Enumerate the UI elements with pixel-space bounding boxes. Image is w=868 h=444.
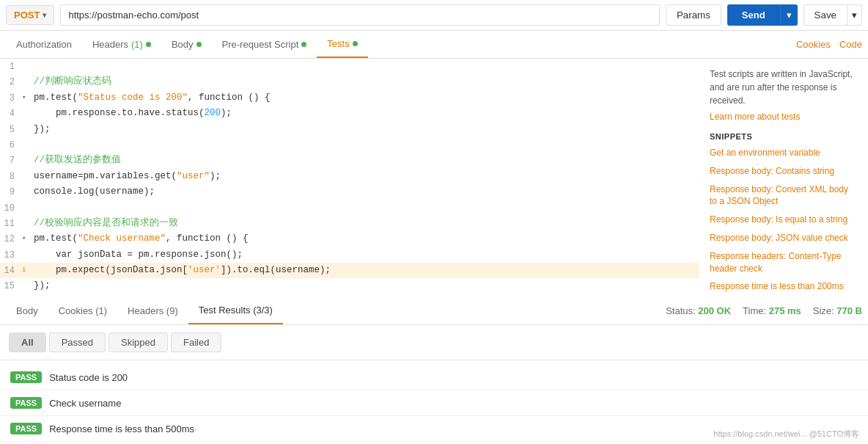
send-dropdown-button[interactable]: ▾ — [780, 4, 798, 26]
code-line-4: 4 pm.response.to.have.status(200); — [0, 106, 699, 121]
send-button[interactable]: Send — [727, 4, 780, 26]
snippet-response-time[interactable]: Response time is less than 200ms — [710, 280, 858, 293]
code-line-10: 10 — [0, 200, 699, 216]
test-name-1: Status code is 200 — [49, 372, 128, 383]
snippet-response-content-type[interactable]: Response headers: Content-Type header ch… — [710, 250, 858, 275]
test-filter-bar: All Passed Skipped Failed — [0, 325, 868, 360]
code-line-2: 2 //判断响应状态码 — [0, 74, 699, 90]
save-dropdown-button[interactable]: ▾ — [847, 4, 862, 26]
pass-badge-3: PASS — [10, 423, 42, 434]
tab-response-body[interactable]: Body — [6, 298, 48, 324]
status-value: 200 OK — [698, 305, 731, 316]
tab-tests[interactable]: Tests — [317, 31, 367, 58]
snippet-response-equal-string[interactable]: Response body: Is equal to a string — [710, 214, 858, 226]
code-line-8: 8 username=pm.variables.get("user"); — [0, 169, 699, 184]
footer-watermark: https://blog.csdn.net/wei... @51CTO博客 — [713, 429, 859, 440]
editor-sidebar-wrap: 1 2 //判断响应状态码 3 ▾ pm.test("Status code i… — [0, 59, 868, 297]
response-tabs: Body Cookies (1) Headers (9) Test Result… — [0, 297, 868, 325]
right-links: Cookies Code — [796, 39, 862, 50]
request-tabs: Authorization Headers (1) Body Pre-reque… — [0, 31, 868, 59]
filter-skipped-button[interactable]: Skipped — [108, 332, 168, 352]
sidebar-description: Test scripts are written in JavaScript, … — [710, 68, 858, 107]
test-result-item-1: PASS Status code is 200 — [0, 365, 868, 390]
time-label: Time: 275 ms — [743, 305, 801, 316]
code-line-1: 1 — [0, 59, 699, 74]
cookies-link[interactable]: Cookies — [796, 39, 831, 50]
size-label: Size: 770 B — [813, 305, 862, 316]
status-bar: Status: 200 OK Time: 275 ms Size: 770 B — [666, 305, 862, 316]
tab-authorization[interactable]: Authorization — [6, 32, 82, 57]
params-button[interactable]: Params — [666, 4, 721, 26]
tab-prerequest[interactable]: Pre-request Script — [212, 32, 317, 57]
code-line-16: 16 — [0, 294, 699, 297]
code-line-7: 7 //获取发送的参数值 — [0, 153, 699, 168]
method-label: POST — [14, 10, 40, 21]
time-value: 275 ms — [769, 305, 801, 316]
code-line-12: 12 ▾ pm.test("Check username", function … — [0, 231, 699, 247]
sidebar-expand-arrow-icon[interactable]: ▶ — [699, 172, 700, 184]
code-line-9: 9 console.log(username); — [0, 184, 699, 200]
method-chevron-icon: ▾ — [43, 11, 46, 19]
code-link[interactable]: Code — [839, 39, 862, 50]
test-name-2: Check username — [49, 398, 121, 409]
snippets-heading: SNIPPETS — [710, 132, 858, 141]
save-button-group: Save ▾ — [803, 4, 862, 26]
code-line-3: 3 ▾ pm.test("Status code is 200", functi… — [0, 90, 699, 106]
test-name-3: Response time is less than 500ms — [49, 423, 194, 434]
tab-response-cookies[interactable]: Cookies (1) — [48, 298, 117, 324]
tab-headers[interactable]: Headers (1) — [82, 32, 161, 57]
pass-badge-2: PASS — [10, 397, 42, 409]
url-input[interactable] — [60, 4, 659, 26]
tab-response-test-results[interactable]: Test Results (3/3) — [188, 297, 283, 324]
save-button[interactable]: Save — [803, 4, 847, 26]
method-select[interactable]: POST ▾ — [6, 5, 54, 25]
code-line-6: 6 — [0, 137, 699, 153]
top-bar: POST ▾ Params Send ▾ Save ▾ — [0, 0, 868, 31]
app-layout: POST ▾ Params Send ▾ Save ▾ Authorizatio… — [0, 0, 868, 444]
tab-body[interactable]: Body — [161, 32, 212, 57]
snippet-response-json-value[interactable]: Response body: JSON value check — [710, 232, 858, 244]
filter-passed-button[interactable]: Passed — [49, 332, 106, 352]
code-editor[interactable]: 1 2 //判断响应状态码 3 ▾ pm.test("Status code i… — [0, 59, 699, 297]
tab-response-headers[interactable]: Headers (9) — [117, 298, 188, 324]
code-line-11: 11 //校验响应内容是否和请求的一致 — [0, 216, 699, 231]
pass-badge-1: PASS — [10, 371, 42, 383]
filter-failed-button[interactable]: Failed — [171, 332, 221, 352]
code-line-15: 15 }); — [0, 278, 699, 294]
snippet-response-xml-json[interactable]: Response body: Convert XML body to a JSO… — [710, 183, 858, 208]
test-result-item-2: PASS Check username — [0, 390, 868, 416]
size-value: 770 B — [836, 305, 862, 316]
filter-all-button[interactable]: All — [9, 332, 46, 352]
status-label: Status: 200 OK — [666, 305, 731, 316]
help-sidebar: ▶ Test scripts are written in JavaScript… — [699, 59, 868, 297]
code-line-13: 13 var jsonData = pm.response.json(); — [0, 247, 699, 263]
bottom-section: Body Cookies (1) Headers (9) Test Result… — [0, 297, 868, 444]
snippet-response-contains[interactable]: Response body: Contains string — [710, 165, 858, 178]
snippets-section: SNIPPETS Get an environment variable Res… — [710, 132, 858, 293]
code-line-14: 14 i pm.expect(jsonData.json['user']).to… — [0, 263, 699, 278]
snippet-get-env[interactable]: Get an environment variable — [710, 147, 858, 159]
send-button-group: Send ▾ — [727, 4, 798, 26]
learn-more-link[interactable]: Learn more about tests — [710, 112, 800, 122]
code-line-5: 5 }); — [0, 122, 699, 137]
